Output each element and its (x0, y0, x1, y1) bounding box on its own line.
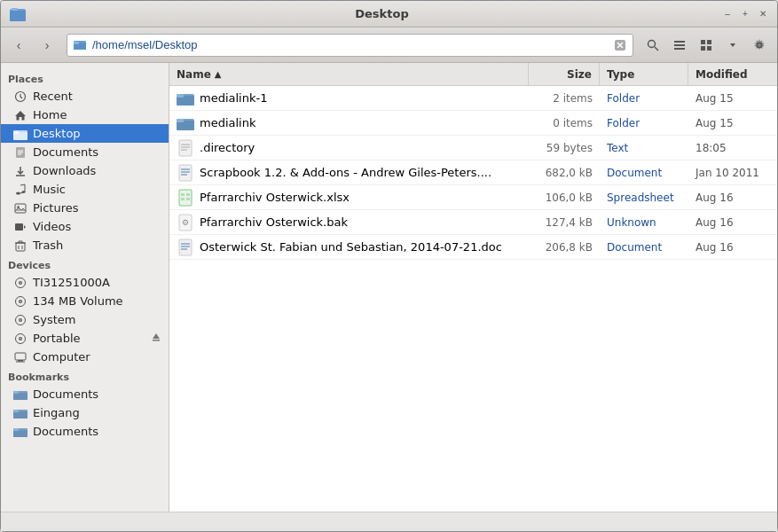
table-row[interactable]: .directory 59 bytes Text 18:05 (169, 136, 777, 160)
sidebar-item-label: Trash (33, 239, 63, 252)
svg-rect-16 (701, 46, 705, 51)
svg-rect-61 (13, 393, 28, 400)
text-file-icon (177, 139, 194, 157)
bm-folder3-icon (13, 426, 28, 437)
sidebar: Places Recent Home Desktop (1, 63, 169, 512)
titlebar-left (8, 4, 43, 24)
table-row[interactable]: ⚙ Pfarrarchiv Osterwick.bak 127,4 kB Unk… (169, 210, 777, 235)
file-name-cell: Osterwick St. Fabian und Sebastian, 2014… (169, 239, 529, 256)
svg-rect-57 (15, 353, 26, 360)
file-modified-cell: Aug 16 (688, 192, 777, 204)
file-name-cell: Pfarrarchiv Osterwick.xlsx (169, 189, 529, 207)
sidebar-item-ti31251000a[interactable]: TI31251000A (1, 273, 169, 292)
sidebar-item-label: System (33, 313, 75, 326)
svg-rect-12 (674, 44, 685, 46)
sidebar-item-portable[interactable]: Portable (1, 329, 169, 348)
file-modified-cell: 18:05 (688, 142, 777, 154)
table-row[interactable]: Osterwick St. Fabian und Sebastian, 2014… (169, 235, 777, 260)
sidebar-item-trash[interactable]: Trash (1, 236, 169, 254)
sidebar-item-downloads[interactable]: Downloads (1, 161, 169, 180)
svg-point-45 (20, 282, 21, 284)
folder-icon (177, 114, 194, 132)
svg-rect-67 (13, 430, 28, 437)
sidebar-item-label: 134 MB Volume (33, 294, 123, 308)
sidebar-item-videos[interactable]: Videos (1, 217, 169, 236)
sidebar-item-computer[interactable]: Computer (1, 348, 169, 366)
svg-rect-56 (153, 340, 160, 341)
maximize-button[interactable]: + (738, 7, 752, 21)
view-options-button[interactable] (720, 33, 745, 58)
svg-rect-68 (13, 428, 19, 431)
sidebar-item-bm-documents2[interactable]: Documents (1, 422, 169, 441)
videos-icon (13, 221, 28, 233)
table-row[interactable]: medialink 0 items Folder Aug 15 (169, 111, 777, 136)
forward-button[interactable]: › (35, 33, 59, 58)
search-button[interactable] (640, 33, 665, 58)
svg-point-9 (648, 40, 656, 47)
svg-rect-86 (181, 198, 185, 200)
svg-point-54 (20, 338, 21, 340)
minimize-button[interactable]: – (720, 7, 735, 21)
back-button[interactable]: ‹ (6, 33, 31, 58)
sidebar-item-134mb[interactable]: 134 MB Volume (1, 292, 169, 310)
col-modified-header[interactable]: Modified (688, 63, 777, 85)
home-icon (13, 109, 28, 121)
close-button[interactable]: ✕ (756, 7, 770, 21)
list-view-button[interactable] (667, 33, 692, 58)
devices-header: Devices (1, 254, 169, 273)
file-list-header: Name ▲ Size Type Modified (169, 63, 777, 86)
svg-line-10 (655, 47, 658, 51)
bm-folder-icon (13, 388, 28, 400)
location-icon (73, 37, 89, 53)
svg-rect-1 (10, 11, 26, 21)
file-type-cell: Text (600, 142, 688, 154)
sidebar-item-system[interactable]: System (1, 310, 169, 329)
file-size-cell: 206,8 kB (529, 241, 600, 254)
sidebar-item-label: Desktop (33, 127, 81, 140)
file-name-cell: medialink-1 (169, 90, 529, 107)
document-file2-icon (177, 239, 194, 256)
svg-rect-32 (15, 204, 26, 213)
toolbar-right (640, 33, 772, 58)
svg-text:⚙: ⚙ (182, 218, 189, 227)
file-size-cell: 2 items (529, 92, 600, 105)
folder-icon (177, 90, 194, 107)
system-icon (13, 314, 28, 326)
svg-rect-34 (15, 223, 23, 231)
table-row[interactable]: Pfarrarchiv Osterwick.xlsx 106,0 kB Spre… (169, 185, 777, 210)
sidebar-item-recent[interactable]: Recent (1, 87, 169, 106)
location-input[interactable] (92, 38, 613, 51)
sidebar-item-bm-eingang[interactable]: Eingang (1, 403, 169, 422)
svg-rect-84 (181, 193, 185, 196)
svg-rect-71 (177, 94, 184, 98)
col-size-header[interactable]: Size (529, 63, 600, 85)
volume-icon (13, 295, 28, 308)
sidebar-item-home[interactable]: Home (1, 106, 169, 124)
sidebar-item-label: Eingang (33, 406, 80, 419)
sidebar-item-music[interactable]: Music (1, 180, 169, 199)
sidebar-item-label: Pictures (33, 201, 78, 215)
sidebar-item-label: Documents (33, 425, 98, 438)
file-type-cell: Folder (600, 92, 688, 105)
sidebar-item-pictures[interactable]: Pictures (1, 199, 169, 217)
settings-button[interactable] (747, 33, 772, 58)
sidebar-item-documents[interactable]: Documents (1, 143, 169, 161)
trash-icon (13, 239, 28, 252)
recent-icon (13, 90, 28, 103)
file-size-cell: 106,0 kB (529, 192, 600, 204)
file-modified-cell: Aug 15 (688, 117, 777, 129)
sidebar-item-desktop[interactable]: Desktop (1, 124, 169, 143)
col-name-header[interactable]: Name ▲ (169, 63, 529, 85)
grid-view-button[interactable] (694, 33, 719, 58)
table-row[interactable]: Scrapbook 1.2. & Add-ons - Andrew Giles-… (169, 160, 777, 185)
eject-button[interactable] (151, 332, 161, 345)
table-row[interactable]: medialink-1 2 items Folder Aug 15 (169, 86, 777, 111)
sidebar-item-bm-documents[interactable]: Documents (1, 385, 169, 403)
file-panel: Name ▲ Size Type Modified (169, 63, 777, 512)
col-type-header[interactable]: Type (600, 63, 688, 85)
location-clear-button[interactable] (613, 38, 627, 52)
file-modified-cell: Jan 10 2011 (688, 167, 777, 179)
svg-rect-2 (12, 8, 18, 11)
file-list: medialink-1 2 items Folder Aug 15 (169, 86, 777, 512)
toolbar: ‹ › (1, 27, 777, 63)
